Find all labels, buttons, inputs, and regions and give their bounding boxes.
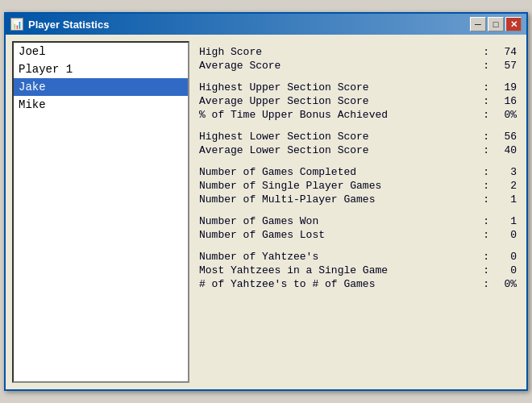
- stat-label: Number of Games Completed: [199, 166, 480, 178]
- window-title: Player Statistics: [28, 19, 109, 31]
- stat-label: Highest Lower Section Score: [199, 131, 480, 143]
- stat-row: High Score:74: [199, 46, 517, 58]
- stat-value: 1: [493, 193, 517, 206]
- stat-colon: :: [483, 144, 489, 156]
- stat-value: 0: [493, 264, 517, 276]
- stat-row: Highest Upper Section Score:19: [199, 81, 517, 93]
- stat-colon: :: [483, 46, 489, 58]
- stat-colon: :: [483, 180, 489, 192]
- player-item[interactable]: Jake: [14, 78, 188, 96]
- stat-row: # of Yahtzee's to # of Games:0%: [199, 278, 517, 290]
- stat-label: Most Yahtzees in a Single Game: [199, 264, 480, 276]
- stat-label: Number of Games Won: [199, 215, 480, 227]
- stat-spacer: [199, 73, 517, 81]
- window-body: JoelPlayer 1JakeMike High Score:74Averag…: [6, 35, 526, 389]
- stat-value: 40: [493, 144, 517, 156]
- stat-spacer: [199, 243, 517, 251]
- stat-value: 2: [493, 180, 517, 192]
- stat-label: # of Yahtzee's to # of Games: [199, 278, 480, 290]
- stat-row: % of Time Upper Bonus Achieved:0%: [199, 109, 517, 121]
- stat-colon: :: [483, 278, 489, 290]
- stat-colon: :: [483, 60, 489, 72]
- stat-colon: :: [483, 193, 489, 206]
- stat-colon: :: [483, 95, 489, 107]
- stat-colon: :: [483, 131, 489, 143]
- stat-label: Average Upper Section Score: [199, 95, 480, 107]
- stat-label: Number of Multi-Player Games: [199, 193, 480, 206]
- stat-value: 0: [493, 229, 517, 241]
- title-bar: 📊 Player Statistics ─ □ ✕: [6, 14, 526, 35]
- stat-label: Average Lower Section Score: [199, 144, 480, 156]
- stat-row: Number of Games Completed:3: [199, 166, 517, 178]
- stat-value: 0: [493, 251, 517, 263]
- stat-value: 16: [493, 95, 517, 107]
- stat-value: 3: [493, 166, 517, 178]
- stat-label: Number of Yahtzee's: [199, 251, 480, 263]
- maximize-button[interactable]: □: [488, 17, 504, 31]
- stat-colon: :: [483, 251, 489, 263]
- player-list[interactable]: JoelPlayer 1JakeMike: [12, 41, 189, 383]
- stat-value: 56: [493, 131, 517, 143]
- stat-label: Average Score: [199, 60, 480, 72]
- stat-value: 0%: [493, 109, 517, 121]
- stat-label: Highest Upper Section Score: [199, 81, 480, 93]
- stat-row: Highest Lower Section Score:56: [199, 131, 517, 143]
- stat-value: 1: [493, 215, 517, 227]
- player-item[interactable]: Player 1: [14, 60, 188, 78]
- stat-label: High Score: [199, 46, 480, 58]
- stat-row: Number of Games Lost:0: [199, 229, 517, 241]
- stat-colon: :: [483, 264, 489, 276]
- player-item[interactable]: Joel: [14, 43, 188, 60]
- stat-row: Average Upper Section Score:16: [199, 95, 517, 107]
- stat-colon: :: [483, 229, 489, 241]
- stat-spacer: [199, 207, 517, 215]
- player-item[interactable]: Mike: [14, 96, 188, 114]
- title-bar-left: 📊 Player Statistics: [10, 18, 109, 31]
- stat-row: Average Score:57: [199, 60, 517, 72]
- chart-icon: 📊: [10, 18, 23, 31]
- stat-spacer: [199, 158, 517, 166]
- stat-value: 19: [493, 81, 517, 93]
- stat-value: 0%: [493, 278, 517, 290]
- stat-colon: :: [483, 166, 489, 178]
- stat-row: Number of Yahtzee's:0: [199, 251, 517, 263]
- stat-row: Most Yahtzees in a Single Game:0: [199, 264, 517, 276]
- stat-colon: :: [483, 81, 489, 93]
- stat-label: % of Time Upper Bonus Achieved: [199, 109, 480, 121]
- stat-value: 74: [493, 46, 517, 58]
- player-statistics-window: 📊 Player Statistics ─ □ ✕ JoelPlayer 1Ja…: [4, 12, 528, 391]
- stat-value: 57: [493, 60, 517, 72]
- stats-panel: High Score:74Average Score:57Highest Upp…: [196, 41, 520, 383]
- title-bar-controls: ─ □ ✕: [470, 17, 522, 31]
- stat-label: Number of Games Lost: [199, 229, 480, 241]
- stat-colon: :: [483, 215, 489, 227]
- stat-row: Number of Multi-Player Games:1: [199, 193, 517, 206]
- stat-row: Number of Single Player Games:2: [199, 180, 517, 192]
- stat-spacer: [199, 123, 517, 131]
- close-button[interactable]: ✕: [505, 17, 522, 31]
- stat-row: Average Lower Section Score:40: [199, 144, 517, 156]
- minimize-button[interactable]: ─: [470, 17, 486, 31]
- stat-colon: :: [483, 109, 489, 121]
- stat-row: Number of Games Won:1: [199, 215, 517, 227]
- stat-label: Number of Single Player Games: [199, 180, 480, 192]
